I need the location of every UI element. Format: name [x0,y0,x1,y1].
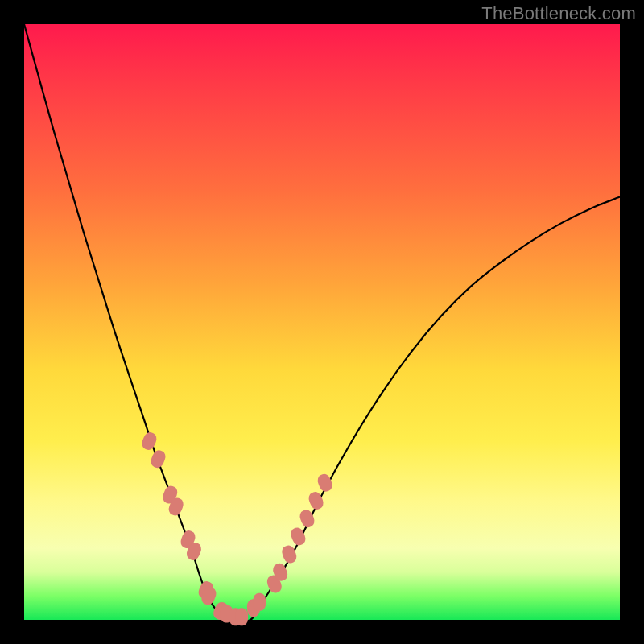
bottleneck-curve [24,24,620,621]
chart-svg [24,24,620,620]
chart-stage: TheBottleneck.com [0,0,644,644]
curve-marker [253,593,266,611]
curve-marker [140,431,159,452]
curve-marker [149,448,167,469]
curve-marker [235,608,248,625]
watermark-text: TheBottleneck.com [481,3,636,24]
plot-area [24,24,620,620]
